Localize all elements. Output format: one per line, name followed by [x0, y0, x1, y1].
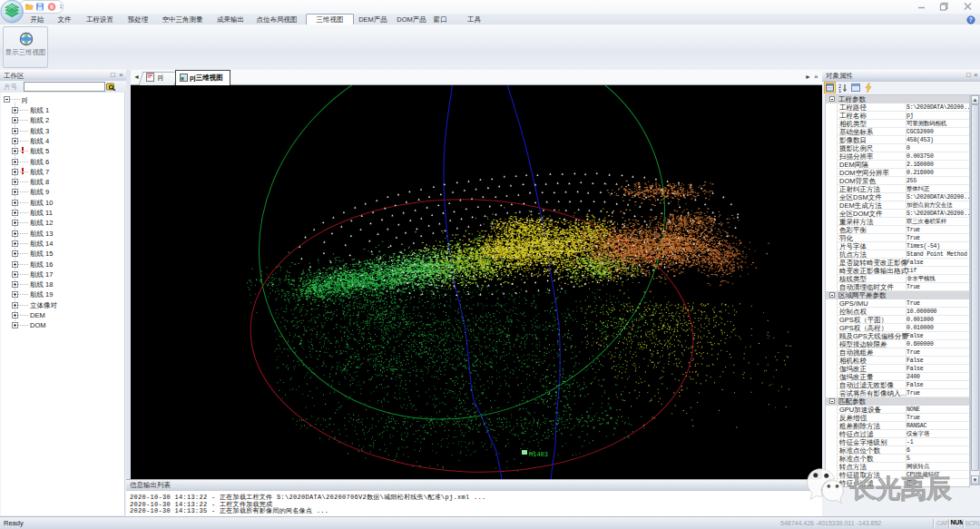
svg-text:?: ?: [969, 16, 973, 23]
svg-text:1: 1: [838, 88, 841, 93]
